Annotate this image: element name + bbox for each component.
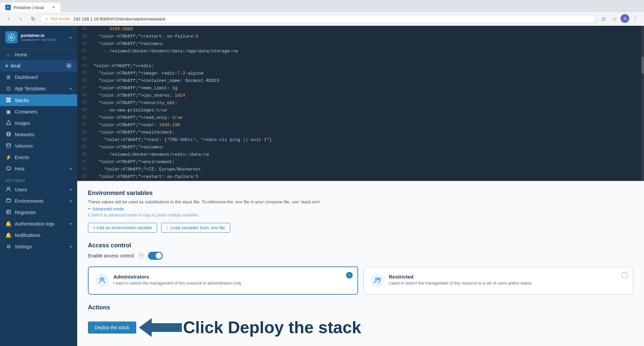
sidebar-item-auth-logs[interactable]: 🔔 Authentication logs ▾: [0, 218, 77, 230]
browser-tab[interactable]: P Portainer | local ✕: [0, 3, 60, 12]
sidebar-item-containers[interactable]: ▣ Containers: [0, 106, 77, 117]
sidebar-item-registries-label: Registries: [15, 210, 36, 215]
access-cards: Administrators I want to restrict the ma…: [88, 266, 633, 295]
sidebar-item-auth-logs-label: Authentication logs: [15, 221, 54, 227]
sidebar-item-stacks-label: Stacks: [15, 98, 29, 103]
upload-icon: ↑: [166, 225, 168, 230]
code-line: 69 "color:#79b8ff;">restart: on-failure:…: [77, 174, 644, 181]
registries-icon: [5, 209, 11, 215]
sidebar-item-home[interactable]: ⌂ Home: [0, 49, 77, 60]
add-env-var-btn[interactable]: + Add an environment variable: [88, 223, 157, 233]
host-chevron-icon: ▾: [70, 167, 72, 171]
admin-card-icon: [95, 274, 109, 287]
browser-toolbar: ‹ › ↻ ⚠ Not secure 192.168.1.18:9000/#!/…: [0, 12, 644, 26]
close-tab-btn[interactable]: ✕: [52, 5, 55, 10]
svg-marker-9: [6, 120, 11, 125]
svg-rect-7: [6, 99, 11, 100]
toggle-hint-icon: ?: [138, 253, 144, 259]
sidebar-item-dashboard[interactable]: ⊞ Dashboard: [0, 71, 77, 83]
sidebar-item-volumes-label: Volumes: [15, 143, 33, 149]
sidebar-env-header[interactable]: local ✕: [0, 60, 77, 71]
main-content: 49 - 3199:300050 "color:#79b8ff;">restar…: [77, 26, 644, 346]
env-close-btn[interactable]: ✕: [66, 63, 72, 69]
sidebar-item-networks-label: Networks: [15, 132, 34, 137]
code-line: 49 - 3199:3000: [77, 26, 644, 33]
home-icon: ⌂: [5, 52, 11, 57]
logo-sub: COMMUNITY EDITION: [21, 38, 55, 42]
logo-icon: [5, 31, 17, 43]
sidebar-item-environments[interactable]: Environments ▾: [0, 195, 77, 207]
load-env-file-btn[interactable]: ↑ Load variables from .env file: [161, 223, 230, 233]
code-line: 51 "color:#79b8ff;">volumes:: [77, 41, 644, 48]
env-vars-hint: ℹ Switch to advanced mode to copy & past…: [88, 213, 633, 217]
info-icon: ℹ: [88, 213, 90, 217]
env-vars-section: Environment variables These values will …: [88, 190, 633, 233]
host-icon: [5, 166, 11, 172]
address-bar[interactable]: ⚠ Not secure 192.168.1.18:9000/#!/2/dock…: [40, 15, 596, 23]
images-icon: [5, 120, 11, 126]
notifications-icon: 🔔: [5, 232, 11, 238]
code-line: 60 - no-new-privileges:true: [77, 107, 644, 114]
sidebar-item-notifications[interactable]: 🔔 Notifications: [0, 230, 77, 241]
sidebar-item-events-label: Events: [15, 155, 29, 160]
url-text: 192.168.1.18:9000/#!/2/docker/stacks/new…: [73, 16, 165, 21]
sidebar-item-volumes[interactable]: Volumes: [0, 140, 77, 152]
access-toggle[interactable]: [148, 252, 163, 260]
sidebar-item-users-label: Users: [15, 187, 27, 192]
sidebar-item-images[interactable]: Images: [0, 117, 77, 129]
toolbar-actions: ⊡ ☆ A ⋮: [599, 14, 640, 23]
svg-rect-14: [7, 167, 10, 170]
menu-btn[interactable]: ⋮: [631, 14, 640, 23]
restricted-card-icon: [371, 274, 384, 287]
browser-chrome: P Portainer | local ✕ ‹ › ↻ ⚠ Not secure…: [0, 0, 644, 26]
advanced-mode-link[interactable]: ✏ Advanced mode: [88, 206, 633, 211]
svg-point-17: [7, 187, 9, 189]
code-line: 66 - /volume1/docker/docmost/redis:/data…: [77, 151, 644, 159]
bookmark-btn[interactable]: ☆: [610, 14, 619, 23]
restricted-card-desc: I want to restrict the management of thi…: [389, 281, 532, 286]
code-line: 54"color:#79b8ff;">redis:: [77, 63, 644, 70]
reload-btn[interactable]: ↻: [28, 14, 38, 23]
sidebar-item-containers-label: Containers: [15, 109, 38, 114]
svg-text:P: P: [7, 6, 9, 9]
svg-rect-19: [7, 210, 10, 214]
access-card-admin[interactable]: Administrators I want to restrict the ma…: [88, 266, 358, 295]
sidebar-item-registries[interactable]: Registries: [0, 207, 77, 218]
code-line: 64 "color:#79b8ff;">test: ["CMD-SHELL", …: [77, 137, 644, 144]
sidebar-item-users[interactable]: Users ▾: [0, 184, 77, 195]
profile-btn[interactable]: A: [621, 14, 629, 23]
sidebar-item-events[interactable]: ⚡ Events: [0, 152, 77, 163]
deploy-stack-btn[interactable]: Deploy the stack: [88, 322, 136, 334]
sidebar-item-host[interactable]: Host ▾: [0, 163, 77, 175]
sidebar-collapse-btn[interactable]: «: [69, 35, 72, 40]
code-line: 67 "color:#79b8ff;">environment:: [77, 159, 644, 166]
sidebar-logo: portainer.io COMMUNITY EDITION «: [0, 26, 77, 49]
sidebar-item-stacks[interactable]: Stacks: [0, 94, 77, 106]
code-line: 62 "color:#79b8ff;">user: 1026:100: [77, 122, 644, 129]
access-card-restricted[interactable]: Restricted I want to restrict the manage…: [363, 266, 634, 295]
sidebar-item-networks[interactable]: Networks: [0, 129, 77, 140]
content-area: Environment variables These values will …: [77, 182, 644, 346]
env-name: local: [11, 63, 20, 68]
code-line: 65 "color:#79b8ff;">volumes:: [77, 144, 644, 151]
svg-point-22: [101, 278, 103, 280]
events-icon: ⚡: [5, 154, 11, 160]
restricted-radio: [621, 272, 628, 279]
env-vars-desc: These values will be used as substitutio…: [88, 199, 633, 204]
sidebar-item-dashboard-label: Dashboard: [15, 75, 38, 80]
sidebar-item-environments-label: Environments: [15, 198, 44, 204]
code-line: 52 - /volume1/docker/docmost/data:/app/d…: [77, 48, 644, 55]
annotation-arrow: [139, 318, 182, 337]
edit-icon: ✏: [88, 207, 91, 211]
cast-btn[interactable]: ⊡: [599, 14, 608, 23]
admin-selected-check: ✓: [346, 272, 353, 279]
access-control-title: Access control: [88, 242, 633, 249]
sidebar-item-app-templates[interactable]: ⊡ App Templates ▾: [0, 83, 77, 94]
stacks-icon: [5, 97, 11, 103]
forward-btn[interactable]: ›: [16, 14, 26, 23]
environments-chevron-icon: ▾: [70, 199, 72, 203]
sidebar-item-settings[interactable]: ⚙ Settings ▾: [0, 241, 77, 252]
access-toggle-label: Enable access control: [88, 253, 134, 258]
back-btn[interactable]: ‹: [4, 14, 13, 23]
favicon: P: [5, 5, 11, 10]
